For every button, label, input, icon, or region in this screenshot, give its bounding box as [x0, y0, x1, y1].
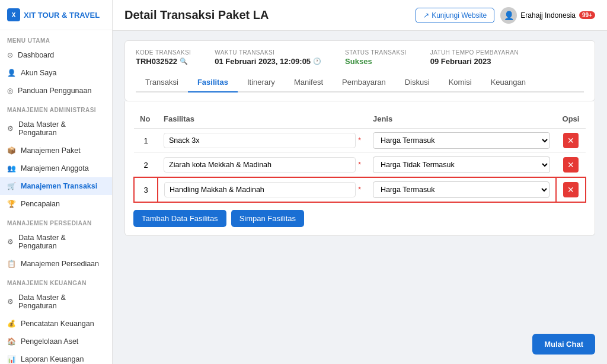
- laporan-icon: 📊: [7, 355, 16, 363]
- row-jenis-2: Harga TermasukHarga Tidak Termasuk: [367, 153, 556, 178]
- jenis-select-2[interactable]: Harga TermasukHarga Tidak Termasuk: [373, 157, 550, 173]
- sidebar-label-manajemen-paket: Manajemen Paket: [21, 146, 81, 155]
- page-title: Detail Transaksi Paket LA: [124, 8, 269, 22]
- sidebar-label-manajemen-anggota: Manajemen Anggota: [21, 164, 89, 173]
- sidebar-item-manajemen-paket[interactable]: 📦 Manajemen Paket: [0, 142, 112, 159]
- logo-icon: X: [7, 8, 20, 21]
- sidebar-item-laporan-keuangan[interactable]: 📊 Laporan Keuangan: [0, 350, 112, 364]
- sidebar-section-persediaan: MANAJEMEN PERSEDIAAN ⚙ Data Master & Pen…: [0, 213, 112, 273]
- transaction-info-card: KODE TRANSAKSI TRH032522 🔍 WAKTU TRANSAK…: [124, 40, 595, 101]
- table-row: 2*Harga TermasukHarga Tidak Termasuk✕: [134, 153, 586, 178]
- sidebar-item-manajemen-transaksi[interactable]: 🛒 Manajemen Transaksi: [0, 177, 112, 195]
- tambah-data-button[interactable]: Tambah Data Fasilitas: [133, 210, 226, 227]
- info-row: KODE TRANSAKSI TRH032522 🔍 WAKTU TRANSAK…: [136, 49, 584, 66]
- sidebar-item-pencapaian[interactable]: 🏆 Pencapaian: [0, 195, 112, 213]
- sidebar-item-data-master-keuangan[interactable]: ⚙ Data Master & Pengaturan: [0, 289, 112, 315]
- fasilitas-input-1[interactable]: [164, 133, 356, 148]
- col-fasilitas: Fasilitas: [158, 110, 367, 129]
- edit-kode-icon[interactable]: 🔍: [180, 58, 188, 65]
- sidebar-item-data-master[interactable]: ⚙ Data Master & Pengaturan: [0, 116, 112, 142]
- jatuh-tempo-value: 09 Februari 2023: [430, 57, 519, 66]
- delete-button-2[interactable]: ✕: [563, 157, 579, 173]
- sidebar-item-panduan[interactable]: ◎ Panduan Penggunaan: [0, 82, 112, 100]
- row-fasilitas-3: *: [158, 177, 367, 202]
- tab-diskusi[interactable]: Diskusi: [395, 73, 439, 92]
- pencapaian-icon: 🏆: [7, 200, 16, 208]
- app-name: XIT TOUR & TRAVEL: [24, 11, 100, 20]
- avatar: 👤: [500, 7, 517, 24]
- sidebar-section-admin: MANAJEMEN ADMINISTRASI ⚙ Data Master & P…: [0, 100, 112, 213]
- fasilitas-input-3[interactable]: [164, 182, 356, 197]
- settings3-icon: ⚙: [7, 298, 14, 306]
- row-opsi-2: ✕: [556, 153, 586, 178]
- required-star: *: [358, 136, 361, 145]
- row-opsi-3: ✕: [556, 177, 586, 202]
- mulai-chat-button[interactable]: Mulai Chat: [532, 334, 595, 355]
- jenis-select-3[interactable]: Harga TermasukHarga Tidak Termasuk: [373, 181, 550, 198]
- topbar: Detail Transaksi Paket LA ↗ Kunjungi Web…: [113, 0, 607, 31]
- tab-transaksi[interactable]: Transaksi: [136, 73, 188, 92]
- col-jenis: Jenis: [367, 110, 556, 129]
- tab-keuangan[interactable]: Keuangan: [481, 73, 535, 92]
- sidebar-label-manajemen-transaksi: Manajemen Transaksi: [21, 182, 97, 190]
- waktu-transaksi-label: WAKTU TRANSAKSI: [215, 49, 321, 56]
- tab-itinerary[interactable]: Itinerary: [238, 73, 285, 92]
- status-transaksi-value: Sukses: [345, 57, 407, 66]
- tab-komisi[interactable]: Komisi: [439, 73, 481, 92]
- simpan-fasilitas-button[interactable]: Simpan Fasilitas: [231, 210, 304, 227]
- visit-website-button[interactable]: ↗ Kunjungi Website: [416, 8, 494, 23]
- tab-manifest[interactable]: Manifest: [285, 73, 333, 92]
- waktu-transaksi-value: 01 Februari 2023, 12:09:05 🕐: [215, 57, 321, 66]
- delete-button-3[interactable]: ✕: [563, 182, 579, 197]
- section-label-keuangan: MANAJEMEN KEUANGAN: [0, 273, 112, 289]
- sidebar-item-data-master-persediaan[interactable]: ⚙ Data Master & Pengaturan: [0, 229, 112, 255]
- waktu-transaksi-field: WAKTU TRANSAKSI 01 Februari 2023, 12:09:…: [215, 49, 321, 66]
- jenis-select-1[interactable]: Harga TermasukHarga Tidak Termasuk: [373, 132, 550, 149]
- fasilitas-table-area: No Fasilitas Jenis Opsi 1*Harga Termasuk…: [124, 101, 595, 236]
- row-fasilitas-1: *: [158, 129, 367, 153]
- sidebar-label-dashboard: Dashboard: [18, 51, 54, 59]
- tab-pembayaran[interactable]: Pembayaran: [333, 73, 395, 92]
- sidebar-item-pengelolaan-aset[interactable]: 🏠 Pengelolaan Aset: [0, 333, 112, 350]
- sidebar-item-manajemen-anggota[interactable]: 👥 Manajemen Anggota: [0, 159, 112, 177]
- kode-transaksi-value: TRH032522 🔍: [136, 57, 191, 66]
- section-label-admin: MANAJEMEN ADMINISTRASI: [0, 100, 112, 116]
- sidebar-item-manajemen-persediaan[interactable]: 📋 Manajemen Persediaan: [0, 255, 112, 273]
- col-no: No: [134, 110, 158, 129]
- sidebar-item-akun-saya[interactable]: 👤 Akun Saya: [0, 64, 112, 82]
- user-icon: 👤: [7, 69, 16, 77]
- row-jenis-3: Harga TermasukHarga Tidak Termasuk: [367, 177, 556, 202]
- edit-waktu-icon[interactable]: 🕐: [313, 58, 321, 65]
- table-row: 1*Harga TermasukHarga Tidak Termasuk✕: [134, 129, 586, 153]
- sidebar-item-dashboard[interactable]: ⊙ Dashboard: [0, 46, 112, 64]
- dashboard-icon: ⊙: [7, 51, 13, 59]
- keuangan-icon: 💰: [7, 320, 16, 328]
- tab-fasilitas[interactable]: Fasilitas: [188, 73, 238, 92]
- paket-icon: 📦: [7, 146, 16, 155]
- row-no-2: 2: [134, 153, 158, 178]
- sidebar-label-pencapaian: Pencapaian: [21, 200, 60, 208]
- user-name: Erahajj Indonesia: [520, 11, 576, 20]
- required-star: *: [358, 186, 361, 194]
- fasilitas-input-2[interactable]: [164, 157, 356, 173]
- topbar-right: ↗ Kunjungi Website 👤 Erahajj Indonesia 9…: [416, 7, 595, 24]
- sidebar-label-data-master-keuangan: Data Master & Pengaturan: [18, 293, 105, 310]
- delete-button-1[interactable]: ✕: [563, 133, 579, 148]
- tabs: Transaksi Fasilitas Itinerary Manifest P…: [136, 73, 584, 92]
- kode-transaksi-field: KODE TRANSAKSI TRH032522 🔍: [136, 49, 191, 66]
- sidebar-label-akun-saya: Akun Saya: [21, 69, 56, 77]
- main-content: Detail Transaksi Paket LA ↗ Kunjungi Web…: [113, 0, 607, 364]
- anggota-icon: 👥: [7, 164, 16, 173]
- status-transaksi-field: STATUS TRANSAKSI Sukses: [345, 49, 407, 66]
- jatuh-tempo-field: JATUH TEMPO PEMBAYARAN 09 Februari 2023: [430, 49, 519, 66]
- visit-website-label: Kunjungi Website: [432, 11, 487, 20]
- app-logo[interactable]: X XIT TOUR & TRAVEL: [0, 0, 112, 30]
- sidebar-section-keuangan: MANAJEMEN KEUANGAN ⚙ Data Master & Penga…: [0, 273, 112, 364]
- section-label-persediaan: MANAJEMEN PERSEDIAAN: [0, 213, 112, 229]
- row-no-3: 3: [134, 177, 158, 202]
- sidebar-item-pencatatan-keuangan[interactable]: 💰 Pencatatan Keuangan: [0, 315, 112, 333]
- sidebar-label-panduan: Panduan Penggunaan: [18, 87, 91, 95]
- sidebar-label-manajemen-persediaan: Manajemen Persediaan: [21, 260, 99, 268]
- sidebar-label-data-master-persediaan: Data Master & Pengaturan: [18, 234, 105, 250]
- fasilitas-table: No Fasilitas Jenis Opsi 1*Harga Termasuk…: [133, 110, 586, 203]
